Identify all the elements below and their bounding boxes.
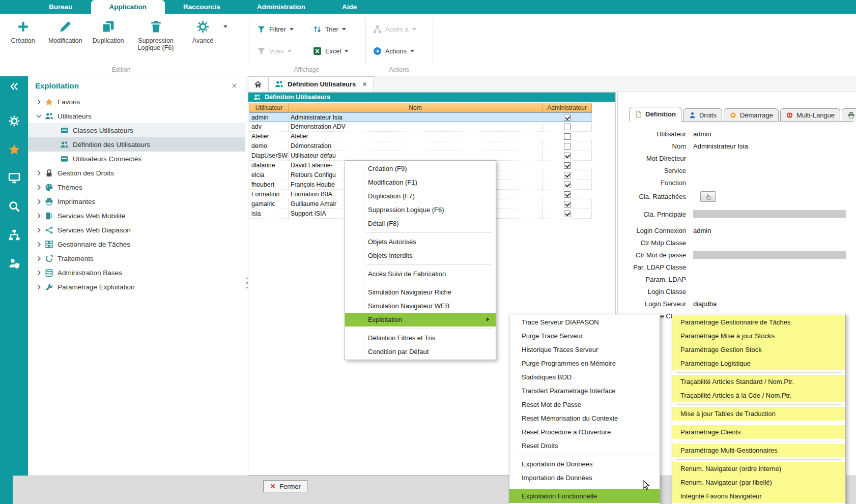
close-icon[interactable] (231, 82, 238, 89)
context-menu-item[interactable]: Duplication (F7) (345, 189, 496, 203)
context-menu-item[interactable]: Objets Interdits (345, 249, 496, 262)
submenu-item[interactable]: Statistiques BDD (509, 370, 660, 384)
tree-item[interactable]: Gestionnaire de Tâches (28, 237, 245, 251)
submenu-item[interactable]: Historique Traces Serveur (509, 343, 660, 357)
context-menu-item[interactable]: Détail (F8) (345, 217, 496, 230)
chev-right-icon[interactable] (35, 169, 43, 177)
ribbon-button[interactable]: Avancé (185, 18, 221, 51)
submenu-item[interactable]: Traçabilité Articles Standard / Nom.Ptr. (672, 375, 845, 389)
submenu-item[interactable]: Paramétrage Logistique (672, 357, 845, 370)
submenu-item[interactable]: Reset Procédure à l'Ouverture (509, 425, 660, 439)
chev-right-icon[interactable] (35, 255, 43, 262)
table-row[interactable]: demo Démonstration (249, 141, 592, 151)
table-row[interactable]: admin Administrateur Isia (249, 112, 592, 122)
submenu-item[interactable]: Reset Droits (509, 439, 660, 453)
submenu-item[interactable]: Paramétrage Gestion Stock (672, 343, 845, 357)
menubar-tab[interactable]: Bureau (31, 0, 91, 14)
field-value[interactable]: Administrateur Isia (693, 142, 748, 150)
submenu-item[interactable]: Paramétrage Clients (672, 425, 845, 439)
submenu-item[interactable]: Importation de Données (509, 471, 660, 485)
star-icon[interactable] (8, 143, 20, 156)
context-menu-item[interactable]: Suppression Logique (F6) (345, 203, 496, 217)
ribbon-button[interactable]: Filtrer (257, 23, 313, 35)
document-tab[interactable]: Définition Utilisateurs (268, 76, 374, 92)
collapse-icon[interactable] (9, 81, 19, 92)
admin-checkbox[interactable] (564, 172, 570, 179)
field-value[interactable]: admin (693, 130, 711, 138)
detail-tab[interactable]: Droits (683, 108, 722, 121)
chev-right-icon[interactable] (35, 241, 43, 248)
ribbon-button[interactable]: Suppression Logique (F6) (132, 18, 180, 51)
classes-picker-button[interactable] (700, 191, 716, 202)
ribbon-button[interactable]: Trier (313, 23, 369, 35)
tree-item[interactable]: Utilisateurs (28, 109, 245, 123)
ribbon-button[interactable]: Modification (46, 18, 85, 51)
caret-down-icon[interactable] (288, 50, 292, 52)
admin-checkbox[interactable] (564, 114, 570, 121)
caret-down-icon[interactable] (342, 28, 346, 31)
monitor-icon[interactable] (8, 172, 20, 184)
search-icon[interactable] (8, 200, 20, 213)
context-menu-item[interactable]: Définition Filtres et Tris (345, 331, 496, 345)
admin-checkbox[interactable] (564, 153, 570, 159)
submenu-item[interactable]: Paramétrage Multi-Gestionnaires (672, 443, 845, 457)
menubar-tab[interactable]: Raccourcis (165, 0, 239, 14)
caret-down-icon[interactable] (223, 25, 227, 28)
caret-down-icon[interactable] (290, 28, 294, 31)
column-header-administrateur[interactable]: Administrateur (543, 103, 592, 112)
admin-checkbox[interactable] (564, 133, 570, 140)
panel-splitter[interactable] (246, 275, 248, 298)
submenu-item[interactable]: Renum. Navigateur (ordre interne) (672, 462, 845, 476)
admin-checkbox[interactable] (564, 211, 570, 217)
field-value[interactable]: diapdba (693, 300, 717, 308)
ribbon-button[interactable]: Création (5, 18, 41, 51)
tree-item[interactable]: Paramétrage Exploitation (28, 280, 245, 294)
submenu-item[interactable]: Purge Programmes en Mémoire (509, 357, 660, 370)
tree-item[interactable]: Gestion des Droits (28, 166, 245, 180)
submenu-item[interactable]: Transfert Parametrage Interface (509, 384, 660, 398)
submenu-item[interactable]: Purge Trace Serveur (509, 329, 660, 343)
context-menu-item[interactable]: Création (F9) (345, 162, 496, 175)
tree-item[interactable]: Traitements (28, 251, 245, 265)
chev-right-icon[interactable] (35, 198, 43, 205)
detail-tab[interactable]: Gestion (842, 108, 856, 121)
caret-down-icon[interactable] (410, 50, 414, 52)
ribbon-button[interactable]: Accès à (373, 23, 416, 35)
tree-item[interactable]: Services Web Diapason (28, 223, 245, 237)
admin-checkbox[interactable] (564, 201, 570, 207)
tree-item[interactable]: Classes Utilisateurs (28, 123, 245, 137)
menubar-tab[interactable]: Application (91, 0, 165, 14)
chev-right-icon[interactable] (35, 184, 43, 191)
tree-item[interactable]: Thèmes (28, 180, 245, 194)
tree-item[interactable]: Favoris (28, 95, 245, 109)
chev-right-icon[interactable] (35, 212, 43, 220)
chev-right-icon[interactable] (35, 226, 43, 234)
column-header-utilisateur[interactable]: Utilisateur (249, 103, 289, 112)
caret-down-icon[interactable] (412, 28, 416, 31)
orgchart-icon[interactable] (8, 229, 20, 241)
admin-checkbox[interactable] (564, 182, 570, 188)
tree-item[interactable]: Utilisateurs Connectés (28, 152, 245, 166)
context-menu-item[interactable]: Accès Suivi de Fabrication (345, 267, 496, 281)
context-menu-item[interactable]: Simulation Navigateur WEB (345, 299, 496, 313)
tree-item[interactable]: Services Web Mobilité (28, 209, 245, 223)
context-menu-item[interactable]: Objets Autorisés (345, 235, 496, 249)
submenu-item[interactable]: Reset Mémorisation du Contexte (509, 411, 660, 425)
home-tab[interactable] (248, 76, 268, 92)
detail-tab[interactable]: Démarrage (724, 108, 779, 121)
table-row[interactable]: adv Démonstration ADV (249, 122, 592, 132)
chev-right-icon[interactable] (35, 283, 43, 291)
gear-icon[interactable] (8, 115, 20, 127)
detail-tab[interactable]: Multi-Langue (780, 108, 840, 121)
table-row[interactable]: DiapUserSW Utilisateur défau (249, 151, 592, 161)
ribbon-button[interactable]: Excel (313, 45, 369, 57)
submenu-item[interactable]: Paramétrage Gestionnaire de Tâches (672, 315, 845, 329)
user-shield-icon[interactable] (8, 257, 20, 270)
submenu-item[interactable]: Trace Serveur DIAPASON (509, 315, 660, 329)
fermer-button[interactable]: Fermer (263, 480, 307, 492)
submenu-item[interactable]: Exploitation Fonctionnelle (509, 489, 660, 503)
chev-right-icon[interactable] (35, 269, 43, 277)
submenu-item[interactable]: Traçabilité Articles à la Cde / Nom.Ptr. (672, 389, 845, 402)
table-row[interactable]: Atelier Atelier (249, 132, 592, 141)
submenu-item[interactable]: Paramétrage Mise à jour Stocks (672, 329, 845, 343)
